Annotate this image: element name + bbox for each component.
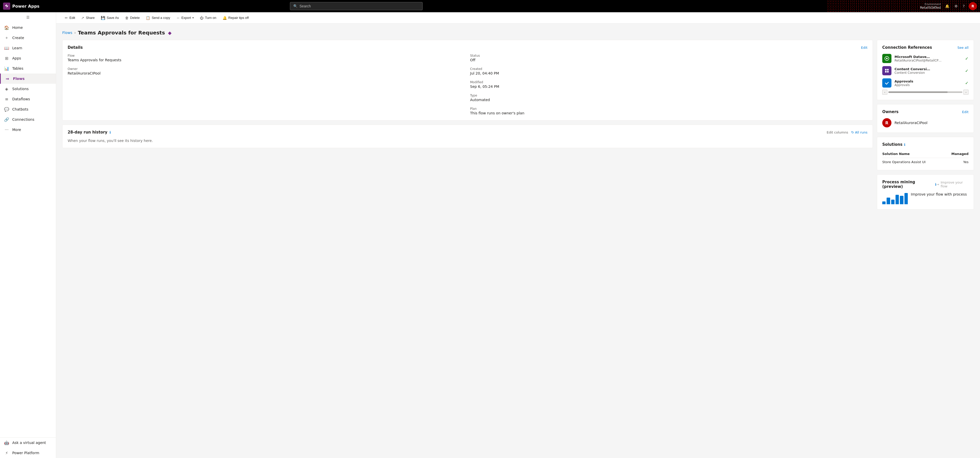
turn-on-icon: ⏻ bbox=[200, 16, 204, 20]
edit-label: Edit bbox=[69, 16, 75, 20]
settings-icon[interactable]: ⚙ bbox=[953, 3, 959, 9]
run-history-info-icon[interactable]: ℹ bbox=[110, 131, 111, 134]
premium-badge-icon: ◆ bbox=[168, 30, 173, 35]
process-mining-chart bbox=[882, 192, 908, 204]
connection-info-approvals: Approvals Approvals bbox=[894, 80, 962, 87]
export-icon: ↔ bbox=[177, 16, 180, 20]
details-title: Details bbox=[68, 45, 83, 50]
sidebar-label-flows: Flows bbox=[13, 77, 24, 81]
connection-name-dataverse: Microsoft Datave… bbox=[894, 55, 962, 59]
environment-info: Environment RetailSOATest bbox=[920, 3, 941, 10]
modified-value: Sep 6, 05:24 PM bbox=[470, 85, 867, 89]
power-platform-icon: ⚡ bbox=[4, 450, 9, 455]
tables-icon: 📊 bbox=[4, 66, 9, 71]
chatbots-icon: 💬 bbox=[4, 107, 9, 112]
sidebar-item-power-platform[interactable]: ⚡ Power Platform bbox=[0, 448, 56, 458]
flows-icon: ⇒ bbox=[5, 76, 10, 81]
connection-sub-content-conversion: Content Conversion bbox=[894, 71, 962, 75]
process-mining-header: Process mining (preview) ℹ → Improve you… bbox=[882, 180, 969, 189]
solution-name-col-header: Solution Name bbox=[882, 151, 944, 158]
owners-title: Owners bbox=[882, 110, 899, 114]
sidebar-label-ask-virtual-agent: Ask a virtual agent bbox=[12, 440, 46, 445]
dataverse-icon bbox=[882, 54, 891, 63]
owner-label: Owner bbox=[68, 67, 465, 71]
sidebar-item-ask-virtual-agent[interactable]: 🤖 Ask a virtual agent bbox=[0, 437, 56, 448]
owner-name: RetailAuroraCIPool bbox=[894, 121, 928, 125]
repair-tips-button[interactable]: 🔔 Repair tips off bbox=[220, 14, 251, 21]
see-all-link[interactable]: See all bbox=[957, 46, 969, 49]
connection-references-header: Connection References See all bbox=[882, 45, 969, 50]
edit-columns-button[interactable]: Edit columns bbox=[827, 131, 848, 134]
help-icon[interactable]: ? bbox=[962, 3, 966, 9]
owners-edit-link[interactable]: Edit bbox=[962, 110, 969, 114]
delete-icon: 🗑 bbox=[125, 16, 129, 20]
details-edit-link[interactable]: Edit bbox=[861, 46, 867, 49]
export-button[interactable]: ↔ Export ▾ bbox=[174, 14, 197, 21]
connection-references-card: Connection References See all Microsoft … bbox=[877, 40, 974, 100]
share-label: Share bbox=[86, 16, 95, 20]
sidebar-bottom: 🤖 Ask a virtual agent ⚡ Power Platform bbox=[0, 437, 56, 458]
sidebar-label-solutions: Solutions bbox=[12, 87, 29, 91]
send-copy-button[interactable]: 📋 Send a copy bbox=[143, 14, 172, 21]
sidebar-collapse-button[interactable]: ☰ bbox=[0, 12, 56, 22]
share-button[interactable]: ↗ Share bbox=[79, 14, 97, 21]
turn-on-button[interactable]: ⏻ Turn on bbox=[197, 14, 219, 21]
managed-cell: Yes bbox=[944, 158, 969, 165]
save-as-icon: 💾 bbox=[101, 16, 105, 20]
sidebar-item-more[interactable]: ··· More bbox=[0, 124, 56, 135]
improve-flow-label: Improve your flow bbox=[941, 180, 969, 188]
scroll-right-button[interactable]: › bbox=[963, 89, 969, 95]
connection-sub-approvals: Approvals bbox=[894, 83, 962, 87]
connection-scroll-area: ‹ › bbox=[882, 89, 969, 95]
sidebar-item-create[interactable]: ＋ Create bbox=[0, 33, 56, 43]
owners-card: Owners Edit R RetailAuroraCIPool bbox=[877, 104, 974, 133]
sidebar: ☰ 🏠 Home ＋ Create 📖 Learn ⊞ Apps 📊 Table… bbox=[0, 12, 56, 458]
breadcrumb-parent-link[interactable]: Flows bbox=[62, 30, 72, 35]
detail-flow: Flow Teams Approvals for Requests bbox=[68, 54, 465, 62]
share-icon: ↗ bbox=[81, 16, 84, 20]
solutions-info-icon[interactable]: ℹ bbox=[904, 143, 905, 147]
details-grid: Flow Teams Approvals for Requests Owner … bbox=[68, 54, 867, 115]
sidebar-item-dataflows[interactable]: ≡ Dataflows bbox=[0, 94, 56, 104]
sidebar-item-flows[interactable]: ⇒ Flows bbox=[0, 73, 56, 84]
search-bar[interactable]: 🔍 bbox=[290, 2, 423, 10]
connection-info-dataverse: Microsoft Datave… RetailAuroraCIPool@Ret… bbox=[894, 55, 962, 62]
scroll-thumb bbox=[888, 91, 948, 93]
scroll-left-button[interactable]: ‹ bbox=[882, 89, 887, 95]
improve-flow-icon: → bbox=[936, 182, 939, 187]
dataflows-icon: ≡ bbox=[4, 96, 9, 102]
sidebar-label-power-platform: Power Platform bbox=[12, 451, 39, 455]
pm-bar bbox=[882, 201, 886, 204]
scroll-track bbox=[888, 91, 963, 93]
sidebar-item-connections[interactable]: 🔗 Connections bbox=[0, 114, 56, 124]
solutions-table-body: Store Operations Assist UI Yes bbox=[882, 158, 969, 165]
svg-rect-5 bbox=[885, 71, 886, 72]
owner-avatar: R bbox=[882, 118, 891, 128]
search-input[interactable] bbox=[300, 4, 419, 8]
delete-button[interactable]: 🗑 Delete bbox=[123, 14, 142, 21]
avatar[interactable]: R bbox=[969, 2, 977, 10]
detail-status: Status Off bbox=[470, 54, 867, 62]
sidebar-item-apps[interactable]: ⊞ Apps bbox=[0, 53, 56, 63]
details-right-col: Status Off Created Jul 20, 04:40 PM Modi… bbox=[470, 54, 867, 115]
save-as-button[interactable]: 💾 Save As bbox=[98, 14, 121, 21]
sidebar-item-home[interactable]: 🏠 Home bbox=[0, 22, 56, 33]
flow-value: Teams Approvals for Requests bbox=[68, 58, 465, 62]
connection-name-content-conversion: Content Conversi… bbox=[894, 67, 962, 71]
solutions-card: Solutions ℹ Solution Name Managed bbox=[877, 137, 974, 170]
sidebar-item-learn[interactable]: 📖 Learn bbox=[0, 43, 56, 53]
notification-icon[interactable]: 🔔 bbox=[944, 3, 950, 9]
breadcrumb-separator: › bbox=[74, 30, 76, 35]
sidebar-item-solutions[interactable]: ◈ Solutions bbox=[0, 84, 56, 94]
all-runs-button[interactable]: ↻ All runs bbox=[851, 131, 867, 134]
sidebar-item-tables[interactable]: 📊 Tables bbox=[0, 63, 56, 73]
detail-owner: Owner RetailAuroraCIPool bbox=[68, 67, 465, 75]
more-icon: ··· bbox=[4, 127, 9, 132]
edit-button[interactable]: ✏ Edit bbox=[62, 14, 78, 21]
solutions-table: Solution Name Managed Store Operations A… bbox=[882, 151, 969, 165]
refresh-icon: ↻ bbox=[851, 131, 854, 134]
sidebar-label-tables: Tables bbox=[12, 66, 24, 70]
command-bar: ✏ Edit ↗ Share 💾 Save As 🗑 Delete 📋 Send… bbox=[56, 12, 980, 24]
export-label: Export bbox=[181, 16, 191, 20]
sidebar-item-chatbots[interactable]: 💬 Chatbots bbox=[0, 104, 56, 114]
